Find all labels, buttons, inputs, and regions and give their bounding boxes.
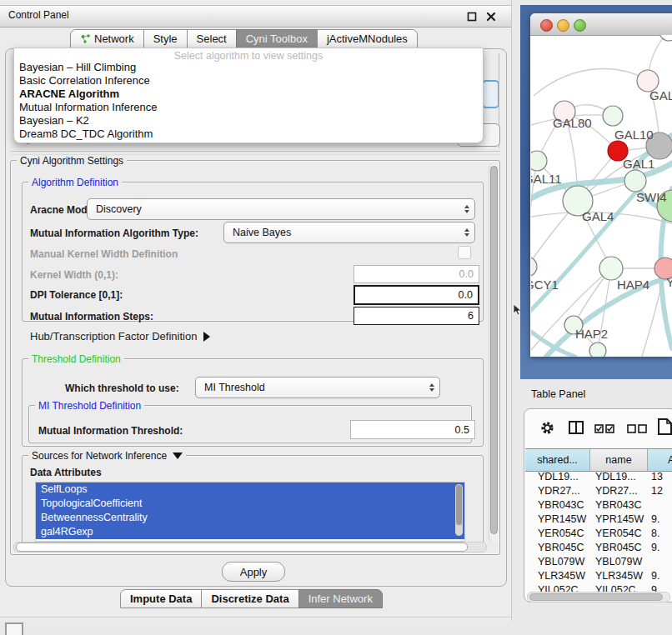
tab-network[interactable]: Network <box>70 29 144 48</box>
attribute-betweennesscentrality[interactable]: BetweennessCentrality <box>36 511 464 525</box>
zoom-light[interactable] <box>574 19 586 32</box>
label-y-partial: Y <box>666 275 672 289</box>
label-gcy1: GCY1 <box>531 278 559 292</box>
column-header-name[interactable]: name <box>590 448 648 472</box>
bottom-tabbar: Impute Data Discretize Data Infer Networ… <box>120 589 382 608</box>
sources-expander[interactable]: Sources for Network Inference <box>28 450 186 462</box>
which-threshold-label: Which threshold to use: <box>65 382 179 394</box>
network-node-gcy1[interactable] <box>531 257 537 277</box>
network-node-swi4[interactable] <box>624 170 646 192</box>
algorithm-option-2-selected[interactable]: ARACNE Algorithm <box>19 88 119 101</box>
control-panel-title: Control Panel <box>8 9 69 21</box>
bottom-divider <box>0 617 511 618</box>
apply-button[interactable]: Apply <box>222 562 285 582</box>
network-node-gal11[interactable] <box>531 151 547 171</box>
algorithm-option-0[interactable]: Bayesian – Hill Climbing <box>19 61 136 74</box>
hub-definition-label: Hub/Transcription Factor Definition <box>30 330 197 342</box>
table-row[interactable]: YBR045CYBR045C9. <box>525 542 672 556</box>
table-row[interactable]: YPR145WYPR145W9. <box>525 513 672 528</box>
label-gal-partial: GAL <box>649 88 672 102</box>
table-row[interactable]: YDL19...YDL19...13 <box>525 471 672 485</box>
unchecked-pair-icon[interactable] <box>627 424 647 433</box>
network-canvas[interactable]: GAL GAL80 GAL10 GAL1 GAL11 SWI4 GAL4 GCY… <box>531 35 672 357</box>
settings-horizontal-scrollbar[interactable] <box>13 542 487 552</box>
table-row[interactable]: YLR345WYLR345W9. <box>525 570 672 584</box>
manual-kernel-label: Manual Kernel Width Definition <box>30 248 178 260</box>
network-labels: GAL GAL80 GAL10 GAL1 GAL11 SWI4 GAL4 GCY… <box>531 88 672 341</box>
table-panel-title: Table Panel <box>531 388 585 400</box>
collapsed-arrow-icon <box>203 332 210 342</box>
tab-jactivemnodules[interactable]: jActiveMNodules <box>317 29 418 48</box>
label-gal80: GAL80 <box>553 116 592 130</box>
network-icon <box>80 33 91 44</box>
mi-steps-field[interactable]: 6 <box>354 307 479 325</box>
minimize-light[interactable] <box>557 19 569 32</box>
label-gal10: GAL10 <box>614 128 654 142</box>
kernel-width-field[interactable]: 0.0 <box>354 265 479 283</box>
tab-impute-data[interactable]: Impute Data <box>120 589 202 608</box>
mi-threshold-field[interactable]: 0.5 <box>350 420 475 439</box>
aracne-mode-combobox[interactable]: Discovery <box>87 198 475 220</box>
close-light[interactable] <box>540 19 553 32</box>
manual-kernel-checkbox[interactable] <box>458 246 471 259</box>
table-row[interactable]: YBR043CYBR043C <box>525 499 672 513</box>
table-horizontal-scrollbar[interactable] <box>527 592 670 602</box>
split-columns-icon[interactable] <box>569 421 584 434</box>
occluded-combobox-fragment <box>482 80 499 108</box>
table-row[interactable]: YBL079WYBL079W <box>525 556 672 570</box>
checked-pair-icon[interactable] <box>594 424 614 433</box>
hub-definition-expander[interactable]: Hub/Transcription Factor Definition <box>30 330 210 342</box>
document-icon[interactable] <box>658 418 672 435</box>
tab-select[interactable]: Select <box>187 29 237 48</box>
attribute-selfloops[interactable]: SelfLoops <box>36 482 464 497</box>
aracne-mode-value: Discovery <box>88 203 459 215</box>
attribute-gal4rgexp[interactable]: gal4RGexp <box>36 525 464 539</box>
table-row[interactable]: YER054CYER054C8. <box>525 528 672 542</box>
mi-steps-label: Mutual Information Steps: <box>30 311 153 322</box>
label-gal1: GAL1 <box>623 157 654 171</box>
gear-icon[interactable] <box>540 421 554 435</box>
tab-discretize-data[interactable]: Discretize Data <box>201 589 298 608</box>
cyni-settings-title: Cyni Algorithm Settings <box>17 155 127 167</box>
network-window-titlebar[interactable] <box>530 13 672 36</box>
minimized-panel-icon[interactable] <box>5 622 23 635</box>
application-root: Control Panel Network Style Select Cyni … <box>0 0 672 635</box>
stepper-arrows-icon <box>459 228 474 237</box>
algorithm-option-4[interactable]: Bayesian – K2 <box>19 114 89 128</box>
tab-cyni-toolbox[interactable]: Cyni Toolbox <box>236 29 318 48</box>
tab-network-label: Network <box>94 30 134 48</box>
algorithm-option-5[interactable]: Dream8 DC_TDC Algorithm <box>19 128 153 141</box>
panel-divider <box>10 151 500 152</box>
algorithm-definition-title: Algorithm Definition <box>28 177 122 188</box>
network-node-bottom-partial[interactable] <box>589 342 606 357</box>
threshold-definition-title: Threshold Definition <box>28 353 124 365</box>
tab-style[interactable]: Style <box>143 29 188 48</box>
close-icon[interactable] <box>486 12 496 22</box>
network-node-hap4[interactable] <box>599 257 623 280</box>
column-header-shared-name[interactable]: shared... <box>525 448 590 472</box>
expanded-arrow-icon <box>173 452 183 459</box>
label-hap4: HAP4 <box>617 278 649 292</box>
network-node-gal10[interactable] <box>603 106 623 126</box>
algorithm-option-3[interactable]: Mutual Information Inference <box>19 101 157 114</box>
dpi-tolerance-field[interactable]: 0.0 <box>354 285 479 305</box>
which-threshold-combobox[interactable]: MI Threshold <box>195 377 440 398</box>
attribute-topologicalcoefficient[interactable]: TopologicalCoefficient <box>36 497 464 511</box>
stepper-arrows-icon <box>424 383 439 392</box>
mi-type-combobox[interactable]: Naive Bayes <box>223 222 475 243</box>
mi-type-value: Naive Bayes <box>224 227 459 238</box>
popup-hint: Select algorithm to view settings <box>14 50 483 62</box>
attributes-scrollbar[interactable] <box>455 484 463 536</box>
table-row[interactable]: YDR27...YDR27...12 <box>525 485 672 499</box>
label-gal4: GAL4 <box>582 209 614 223</box>
settings-vertical-scrollbar[interactable] <box>489 163 499 543</box>
sources-title: Sources for Network Inference <box>32 450 167 462</box>
float-icon[interactable] <box>467 12 477 22</box>
dpi-tolerance-label: DPI Tolerance [0,1]: <box>30 289 123 301</box>
tab-infer-network[interactable]: Infer Network <box>298 589 383 608</box>
stepper-arrows-icon <box>459 205 474 213</box>
mi-threshold-label: Mutual Information Threshold: <box>38 425 183 437</box>
algorithm-option-1[interactable]: Basic Correlation Inference <box>19 74 150 88</box>
column-header-partial[interactable]: A <box>648 448 672 472</box>
label-gal11: GAL11 <box>531 172 562 186</box>
